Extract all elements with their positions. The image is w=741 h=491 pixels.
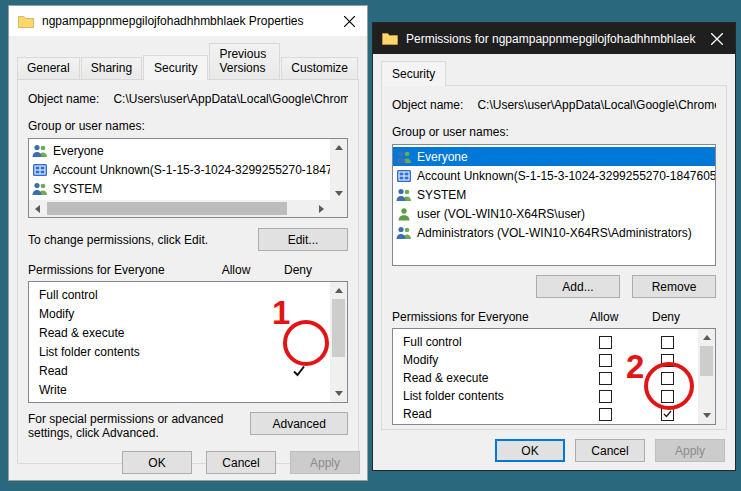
deny-column-header: Deny	[267, 263, 329, 277]
scrollbar-thumb[interactable]	[47, 202, 287, 215]
vertical-scrollbar[interactable]	[698, 329, 715, 424]
permission-label: Read	[393, 407, 574, 421]
group-name: Everyone	[417, 150, 468, 164]
permission-label: Read	[29, 364, 206, 378]
scrollbar-thumb[interactable]	[700, 346, 713, 376]
allow-checkbox[interactable]	[599, 390, 612, 403]
permission-row-write: Write	[393, 423, 698, 425]
close-icon[interactable]	[699, 23, 735, 54]
tab-general[interactable]: General	[17, 57, 80, 79]
ok-button[interactable]: OK	[495, 439, 565, 462]
list-item-system[interactable]: SYSTEM	[29, 179, 330, 198]
group-name: SYSTEM	[53, 182, 102, 196]
permission-label: Write	[29, 383, 206, 397]
tab-security[interactable]: Security	[381, 61, 446, 86]
deny-checkbox[interactable]	[661, 336, 674, 349]
permission-label: Modify	[29, 307, 206, 321]
list-item-everyone[interactable]: Everyone	[29, 141, 330, 160]
allow-checkbox[interactable]	[599, 408, 612, 421]
dialog-buttons: OK Cancel Apply	[495, 439, 725, 462]
group-rows: Everyone Account Unknown(S-1-15-3-1024-3…	[393, 145, 715, 242]
permission-row-full-control: Full control	[393, 333, 698, 351]
tab-customize[interactable]: Customize	[281, 57, 358, 79]
list-item-system[interactable]: SYSTEM	[393, 185, 715, 204]
object-name-row: Object name: C:\Users\user\AppData\Local…	[28, 92, 348, 106]
annotation-circle-1	[283, 320, 329, 366]
annotation-circle-2	[644, 362, 694, 410]
group-icon	[396, 188, 412, 202]
list-item-everyone[interactable]: Everyone	[393, 147, 715, 166]
properties-titlebar[interactable]: ngpampappnmepgilojfohadhhmbhlaek Propert…	[9, 6, 367, 36]
allow-checkbox[interactable]	[599, 354, 612, 367]
ok-button[interactable]: OK	[122, 451, 192, 474]
apply-button[interactable]: Apply	[290, 451, 360, 474]
list-item-account-unknown[interactable]: Account Unknown(S-1-15-3-1024-3299255270…	[393, 166, 715, 185]
allow-checkbox[interactable]	[599, 372, 612, 385]
folder-icon	[382, 32, 398, 45]
deny-column-header: Deny	[635, 310, 697, 324]
group-name: user (VOL-WIN10-X64RS\user)	[417, 207, 585, 221]
dialog-buttons: OK Cancel Apply	[122, 451, 360, 474]
object-name-row: Object name: C:\Users\user\AppData\Local…	[392, 98, 716, 112]
permission-label: List folder contents	[393, 389, 574, 403]
permissions-label: Permissions for Everyone	[28, 263, 205, 277]
horizontal-scrollbar[interactable]	[29, 200, 330, 217]
group-icon	[396, 226, 412, 240]
permissions-header: Permissions for Everyone Allow Deny	[28, 263, 348, 277]
close-icon[interactable]	[331, 6, 367, 36]
scroll-left-icon[interactable]	[29, 200, 46, 217]
scroll-down-icon[interactable]	[698, 407, 715, 424]
scroll-up-icon[interactable]	[330, 139, 347, 156]
object-name-value: C:\Users\user\AppData\Local\Google\Chrom…	[113, 92, 348, 106]
deny-cell	[268, 365, 330, 377]
scroll-up-icon[interactable]	[330, 282, 347, 299]
add-button[interactable]: Add...	[536, 275, 620, 298]
permission-row-read[interactable]: Read	[29, 361, 330, 380]
tab-sharing[interactable]: Sharing	[81, 57, 142, 79]
apply-button[interactable]: Apply	[655, 439, 725, 462]
cancel-button[interactable]: Cancel	[575, 439, 645, 462]
permissions-tabstrip: Security	[381, 61, 727, 85]
group-name: SYSTEM	[417, 188, 466, 202]
permission-label: List folder contents	[29, 345, 206, 359]
advanced-hint: For special permissions or advanced sett…	[28, 412, 250, 440]
tab-security[interactable]: Security	[143, 55, 208, 80]
allow-column-header: Allow	[573, 310, 635, 324]
list-item-account-unknown[interactable]: Account Unknown(S-1-15-3-1024-3299255270…	[29, 160, 330, 179]
list-item-administrators[interactable]: Administrators (VOL-WIN10-X64RS\Administ…	[393, 223, 715, 242]
group-name: Administrators (VOL-WIN10-X64RS\Administ…	[417, 226, 692, 240]
annotation-step-2: 2	[626, 350, 644, 383]
tab-previous-versions[interactable]: Previous Versions	[209, 43, 280, 79]
permission-label: Full control	[29, 288, 206, 302]
object-name-label: Object name:	[392, 98, 463, 112]
group-icon	[396, 150, 412, 164]
permissions-label: Permissions for Everyone	[392, 310, 573, 324]
permission-label: Modify	[393, 353, 574, 367]
remove-button[interactable]: Remove	[632, 275, 716, 298]
edit-button[interactable]: Edit...	[258, 228, 348, 251]
permission-label: Read & execute	[393, 371, 574, 385]
permissions-titlebar[interactable]: Permissions for ngpampappnmepgilojfohadh…	[373, 23, 735, 54]
group-list-label: Group or user names:	[28, 119, 348, 133]
desktop: ngpampappnmepgilojfohadhhmbhlaek Propert…	[0, 0, 741, 491]
permission-row-modify: Modify	[393, 351, 698, 369]
unknown-account-icon	[32, 163, 48, 177]
scroll-right-icon[interactable]	[313, 200, 330, 217]
group-list: Everyone Account Unknown(S-1-15-3-1024-3…	[392, 144, 716, 266]
allow-checkbox[interactable]	[599, 336, 612, 349]
advanced-button[interactable]: Advanced	[250, 412, 348, 435]
permission-row-write[interactable]: Write	[29, 380, 330, 399]
vertical-scrollbar[interactable]	[330, 139, 347, 202]
group-icon	[32, 182, 48, 196]
scroll-up-icon[interactable]	[698, 329, 715, 346]
permission-label: Full control	[393, 335, 574, 349]
advanced-row: For special permissions or advanced sett…	[28, 412, 348, 440]
folder-icon	[18, 15, 34, 28]
properties-dialog: ngpampappnmepgilojfohadhhmbhlaek Propert…	[8, 5, 368, 481]
list-item-user[interactable]: user (VOL-WIN10-X64RS\user)	[393, 204, 715, 223]
scrollbar-thumb[interactable]	[332, 299, 345, 357]
scroll-down-icon[interactable]	[330, 385, 347, 402]
cancel-button[interactable]: Cancel	[206, 451, 276, 474]
group-name: Account Unknown(S-1-15-3-1024-3299255270…	[53, 163, 330, 177]
vertical-scrollbar[interactable]	[330, 282, 347, 402]
